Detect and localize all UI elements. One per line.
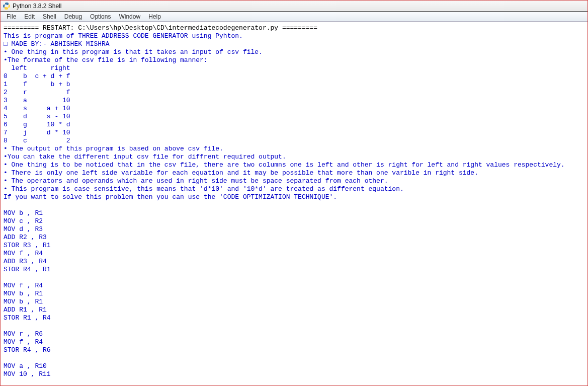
- output-line: MOV f , R4: [4, 282, 584, 290]
- menu-file[interactable]: File: [3, 12, 20, 21]
- output-line: ========= RESTART: C:\Users\hp\Desktop\C…: [4, 24, 584, 32]
- output-line: • One thing in this program is that it t…: [4, 48, 584, 56]
- output-line: 8 c 2: [4, 137, 584, 145]
- output-line: STOR R1 , R4: [4, 314, 584, 322]
- output-line: If you want to solve this problem then y…: [4, 193, 584, 201]
- output-line: STOR R4 , R1: [4, 266, 584, 274]
- title-bar: Python 3.8.2 Shell: [1, 1, 587, 12]
- output-line: 7 j d * 10: [4, 129, 584, 137]
- output-line: MOV b , R1: [4, 290, 584, 298]
- window-title: Python 3.8.2 Shell: [13, 3, 61, 10]
- output-line: ADD R1 , R1: [4, 306, 584, 314]
- output-line: • There is only one left side variable f…: [4, 169, 584, 177]
- menu-help[interactable]: Help: [144, 12, 165, 21]
- menu-bar: File Edit Shell Debug Options Window Hel…: [1, 12, 587, 22]
- output-line: 0 b c + d + f: [4, 72, 584, 81]
- output-line: [4, 322, 584, 330]
- output-line: MOV a , R10: [4, 362, 584, 370]
- output-line: STOR R3 , R1: [4, 242, 584, 250]
- output-line: • This program is case sensitive, this m…: [4, 185, 584, 193]
- output-line: 2 r f: [4, 89, 584, 97]
- output-line: MOV f , R4: [4, 250, 584, 258]
- output-line: This is program of THREE ADDRESS CODE GE…: [4, 32, 584, 40]
- output-line: 5 d s - 10: [4, 113, 584, 121]
- output-line: ADD R2 , R3: [4, 234, 584, 242]
- output-line: 6 g 10 * d: [4, 121, 584, 129]
- output-line: MOV 10 , R11: [4, 370, 584, 378]
- output-line: MOV b , R1: [4, 209, 584, 217]
- shell-output[interactable]: ========= RESTART: C:\Users\hp\Desktop\C…: [1, 22, 587, 383]
- output-line: ADD R3 , R4: [4, 258, 584, 266]
- output-line: [4, 201, 584, 209]
- output-line: • One thing is to be noticed that in the…: [4, 161, 584, 169]
- output-line: •You can take the different input csv fi…: [4, 153, 584, 161]
- output-line: 1 f b + b: [4, 81, 584, 89]
- output-line: MOV r , R6: [4, 330, 584, 338]
- output-line: • The operators and operands which are u…: [4, 177, 584, 185]
- output-line: 4 s a + 10: [4, 105, 584, 113]
- output-line: MOV d , R3: [4, 225, 584, 234]
- menu-shell[interactable]: Shell: [39, 12, 60, 21]
- output-line: □ MADE BY:- ABHISHEK MISHRA: [4, 40, 584, 48]
- menu-options[interactable]: Options: [86, 12, 115, 21]
- output-line: •The formate of the csv file is in follo…: [4, 56, 584, 64]
- output-line: MOV b , R1: [4, 298, 584, 306]
- menu-debug[interactable]: Debug: [60, 12, 86, 21]
- output-line: left right: [4, 64, 584, 72]
- output-line: [4, 274, 584, 282]
- output-line: • The output of this program is based on…: [4, 145, 584, 153]
- output-line: [4, 354, 584, 362]
- output-line: MOV c , R2: [4, 217, 584, 225]
- output-line: MOV f , R4: [4, 338, 584, 346]
- menu-edit[interactable]: Edit: [20, 12, 39, 21]
- menu-window[interactable]: Window: [115, 12, 144, 21]
- python-icon: [3, 2, 11, 10]
- output-line: STOR R4 , R6: [4, 346, 584, 354]
- output-line: 3 a 10: [4, 97, 584, 105]
